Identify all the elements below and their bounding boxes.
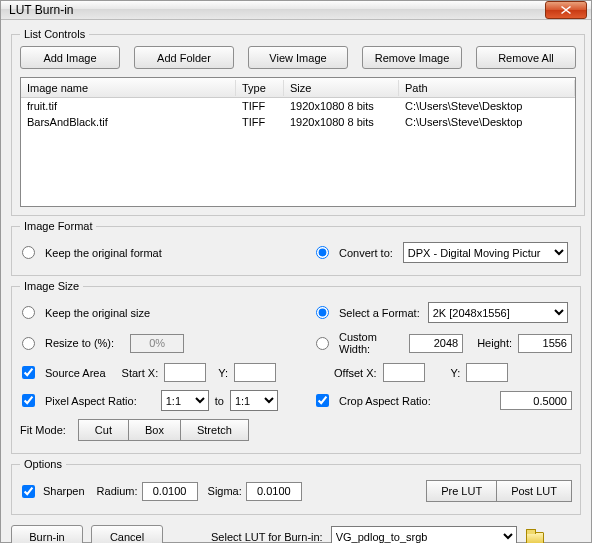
custom-width-input[interactable]: [409, 334, 463, 353]
to-label: to: [215, 395, 224, 407]
image-format-group: Image Format Keep the original format Co…: [11, 220, 581, 276]
add-image-button[interactable]: Add Image: [20, 46, 120, 69]
col-header-type[interactable]: Type: [236, 80, 284, 96]
startx-input[interactable]: [164, 363, 206, 382]
select-format-label: Select a Format:: [339, 307, 420, 319]
remove-image-button[interactable]: Remove Image: [362, 46, 462, 69]
cell-name: BarsAndBlack.tif: [21, 116, 236, 128]
keep-size-label: Keep the original size: [45, 307, 150, 319]
fit-cut-button[interactable]: Cut: [78, 419, 129, 441]
col-header-size[interactable]: Size: [284, 80, 399, 96]
cell-type: TIFF: [236, 116, 284, 128]
format-combo[interactable]: DPX - Digital Moving Pictur: [403, 242, 568, 263]
keep-format-radio[interactable]: [22, 246, 35, 259]
par2-combo[interactable]: 1:1: [230, 390, 278, 411]
radium-label: Radium:: [97, 485, 138, 497]
pre-lut-button[interactable]: Pre LUT: [426, 480, 497, 502]
cell-size: 1920x1080 8 bits: [284, 116, 399, 128]
pixel-aspect-label: Pixel Aspect Ratio:: [45, 395, 137, 407]
startx-label: Start X:: [122, 367, 159, 379]
starty-input[interactable]: [234, 363, 276, 382]
list-header: Image name Type Size Path: [21, 78, 575, 98]
options-legend: Options: [20, 458, 66, 470]
table-row[interactable]: BarsAndBlack.tif TIFF 1920x1080 8 bits C…: [21, 114, 575, 130]
cell-type: TIFF: [236, 100, 284, 112]
close-icon: [561, 6, 571, 14]
image-size-group: Image Size Keep the original size Select…: [11, 280, 581, 454]
image-format-legend: Image Format: [20, 220, 96, 232]
select-format-radio[interactable]: [316, 306, 329, 319]
image-list[interactable]: Image name Type Size Path fruit.tif TIFF…: [20, 77, 576, 207]
custom-width-label: Custom Width:: [339, 331, 403, 355]
keep-size-radio[interactable]: [22, 306, 35, 319]
offsety-label: Y:: [451, 367, 461, 379]
height-input[interactable]: [518, 334, 572, 353]
list-controls-group: List Controls Add Image Add Folder View …: [11, 28, 585, 216]
burn-in-button[interactable]: Burn-in: [11, 525, 83, 543]
list-controls-legend: List Controls: [20, 28, 89, 40]
cell-path: C:\Users\Steve\Desktop: [399, 100, 575, 112]
crop-aspect-check[interactable]: [316, 394, 329, 407]
bottom-bar: Burn-in Cancel Select LUT for Burn-in: V…: [11, 519, 581, 543]
select-lut-label: Select LUT for Burn-in:: [211, 531, 323, 543]
par1-combo[interactable]: 1:1: [161, 390, 209, 411]
client-area: List Controls Add Image Add Folder View …: [1, 20, 591, 543]
table-row[interactable]: fruit.tif TIFF 1920x1080 8 bits C:\Users…: [21, 98, 575, 114]
radium-input[interactable]: [142, 482, 198, 501]
image-size-legend: Image Size: [20, 280, 83, 292]
pixel-aspect-check[interactable]: [22, 394, 35, 407]
resize-percent-input: [130, 334, 184, 353]
list-button-row: Add Image Add Folder View Image Remove I…: [20, 46, 576, 69]
col-header-path[interactable]: Path: [399, 80, 575, 96]
view-image-button[interactable]: View Image: [248, 46, 348, 69]
sigma-input[interactable]: [246, 482, 302, 501]
source-area-check[interactable]: [22, 366, 35, 379]
fit-stretch-button[interactable]: Stretch: [181, 419, 249, 441]
resize-radio[interactable]: [22, 337, 35, 350]
offsety-input[interactable]: [466, 363, 508, 382]
close-button[interactable]: [545, 1, 587, 19]
offsetx-label: Offset X:: [334, 367, 377, 379]
resize-label: Resize to (%):: [45, 337, 114, 349]
fit-box-button[interactable]: Box: [129, 419, 181, 441]
offsetx-input[interactable]: [383, 363, 425, 382]
cell-size: 1920x1080 8 bits: [284, 100, 399, 112]
custom-width-radio[interactable]: [316, 337, 329, 350]
lut-combo[interactable]: VG_pdlog_to_srgb: [331, 526, 517, 543]
height-label: Height:: [477, 337, 512, 349]
post-lut-button[interactable]: Post LUT: [497, 480, 572, 502]
size-format-combo[interactable]: 2K [2048x1556]: [428, 302, 568, 323]
browse-lut-icon[interactable]: [525, 528, 545, 544]
col-header-name[interactable]: Image name: [21, 80, 236, 96]
fit-mode-label: Fit Mode:: [20, 424, 66, 436]
starty-label: Y:: [218, 367, 228, 379]
convert-to-radio[interactable]: [316, 246, 329, 259]
source-area-label: Source Area: [45, 367, 106, 379]
crop-aspect-label: Crop Aspect Ratio:: [339, 395, 431, 407]
sharpen-check[interactable]: [22, 485, 35, 498]
lut-burnin-dialog: LUT Burn-in List Controls Add Image Add …: [0, 0, 592, 543]
crop-aspect-input[interactable]: [500, 391, 572, 410]
cell-name: fruit.tif: [21, 100, 236, 112]
remove-all-button[interactable]: Remove All: [476, 46, 576, 69]
sharpen-label: Sharpen: [43, 485, 85, 497]
titlebar: LUT Burn-in: [1, 1, 591, 20]
fit-mode-group: Cut Box Stretch: [78, 419, 249, 441]
window-title: LUT Burn-in: [9, 3, 545, 17]
sigma-label: Sigma:: [208, 485, 242, 497]
keep-format-label: Keep the original format: [45, 247, 162, 259]
options-group: Options Sharpen Radium: Sigma: Pre LUT P…: [11, 458, 581, 515]
convert-to-label: Convert to:: [339, 247, 393, 259]
cancel-button[interactable]: Cancel: [91, 525, 163, 543]
lut-stage-group: Pre LUT Post LUT: [426, 480, 572, 502]
cell-path: C:\Users\Steve\Desktop: [399, 116, 575, 128]
add-folder-button[interactable]: Add Folder: [134, 46, 234, 69]
